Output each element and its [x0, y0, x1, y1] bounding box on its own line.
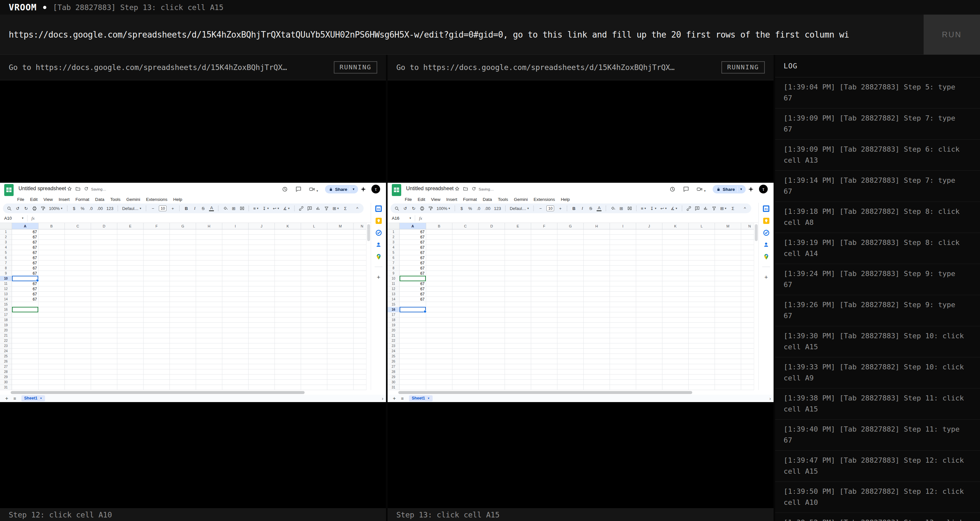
cell-J19[interactable] — [248, 323, 275, 328]
menu-data[interactable]: Data — [92, 197, 108, 202]
cell-C23[interactable] — [452, 343, 479, 349]
cell-I13[interactable] — [610, 292, 636, 297]
cell-L31[interactable] — [689, 385, 715, 390]
cell-K28[interactable] — [662, 369, 689, 375]
cell-H9[interactable] — [584, 271, 610, 276]
column-header-K[interactable]: K — [662, 223, 689, 229]
column-header-H[interactable]: H — [196, 223, 222, 229]
cell-K14[interactable] — [275, 297, 301, 302]
cell-D11[interactable] — [479, 281, 505, 286]
cell-M10[interactable] — [327, 276, 353, 281]
cell-J18[interactable] — [636, 318, 662, 323]
cell-M18[interactable] — [327, 318, 353, 323]
cell-N28[interactable] — [741, 369, 754, 375]
cell-K7[interactable] — [662, 260, 689, 266]
cell-A24[interactable] — [12, 349, 38, 354]
cell-L21[interactable] — [301, 333, 327, 338]
cell-K10[interactable] — [275, 276, 301, 281]
cell-J19[interactable] — [636, 323, 662, 328]
cell-J22[interactable] — [636, 338, 662, 343]
number-format-2-button[interactable]: .0 — [476, 205, 481, 211]
cell-G25[interactable] — [557, 354, 584, 359]
cell-C3[interactable] — [65, 240, 91, 245]
number-format-4-button[interactable]: 123 — [106, 205, 113, 211]
cell-B23[interactable] — [426, 343, 452, 349]
cell-A18[interactable] — [12, 318, 38, 323]
cell-N26[interactable] — [741, 359, 754, 364]
menu-insert[interactable]: Insert — [56, 197, 73, 202]
number-format-0-button[interactable]: $ — [459, 205, 464, 211]
gemini-sparkle-icon[interactable] — [748, 186, 754, 194]
cell-A6[interactable]: 67 — [12, 255, 38, 260]
meet-icon[interactable]: ▼ — [309, 187, 318, 193]
cell-H9[interactable] — [196, 271, 222, 276]
cell-D29[interactable] — [91, 375, 117, 380]
cell-F4[interactable] — [531, 245, 557, 250]
cell-J28[interactable] — [248, 369, 275, 375]
strikethrough-button[interactable]: S — [588, 205, 593, 211]
cell-D18[interactable] — [91, 318, 117, 323]
undo-icon[interactable]: ↺ — [15, 205, 20, 211]
cell-M2[interactable] — [715, 235, 741, 240]
version-history-icon[interactable] — [282, 186, 288, 194]
row-header-5[interactable]: 5 — [0, 250, 12, 255]
cell-K9[interactable] — [662, 271, 689, 276]
cell-L17[interactable] — [689, 312, 715, 318]
cell-C17[interactable] — [452, 312, 479, 318]
cell-F20[interactable] — [143, 328, 170, 333]
cell-C14[interactable] — [452, 297, 479, 302]
cell-C2[interactable] — [65, 235, 91, 240]
cell-D15[interactable] — [91, 302, 117, 307]
cell-C10[interactable] — [452, 276, 479, 281]
cell-F23[interactable] — [143, 343, 170, 349]
column-header-N[interactable]: N — [353, 223, 366, 229]
cell-G14[interactable] — [170, 297, 196, 302]
row-header-11[interactable]: 11 — [0, 281, 12, 286]
column-header-L[interactable]: L — [689, 223, 715, 229]
cell-K6[interactable] — [662, 255, 689, 260]
cell-N30[interactable] — [741, 380, 754, 385]
cell-F9[interactable] — [143, 271, 170, 276]
cell-J4[interactable] — [248, 245, 275, 250]
calendar-icon[interactable]: 31 — [375, 205, 382, 212]
cell-H1[interactable] — [196, 229, 222, 235]
cell-I11[interactable] — [610, 281, 636, 286]
cell-K30[interactable] — [662, 380, 689, 385]
cell-K29[interactable] — [662, 375, 689, 380]
cell-E29[interactable] — [117, 375, 143, 380]
redo-icon[interactable]: ↻ — [24, 205, 29, 211]
share-dropdown-icon[interactable]: ▼ — [737, 186, 745, 192]
cell-B29[interactable] — [38, 375, 65, 380]
cell-E7[interactable] — [117, 260, 143, 266]
meet-icon[interactable]: ▼ — [697, 187, 706, 193]
cell-G24[interactable] — [170, 349, 196, 354]
cell-N15[interactable] — [353, 302, 366, 307]
cell-I3[interactable] — [222, 240, 248, 245]
name-box[interactable]: A10 — [0, 216, 21, 221]
cell-D25[interactable] — [91, 354, 117, 359]
cell-C18[interactable] — [452, 318, 479, 323]
row-header-9[interactable]: 9 — [0, 271, 12, 276]
row-header-21[interactable]: 21 — [0, 333, 12, 338]
cell-A24[interactable] — [399, 349, 426, 354]
cell-G27[interactable] — [557, 364, 584, 369]
cell-C25[interactable] — [65, 354, 91, 359]
cell-H21[interactable] — [196, 333, 222, 338]
cell-C24[interactable] — [452, 349, 479, 354]
cell-J29[interactable] — [248, 375, 275, 380]
cell-I12[interactable] — [610, 286, 636, 292]
menu-extensions[interactable]: Extensions — [530, 197, 558, 202]
cell-K31[interactable] — [275, 385, 301, 390]
cell-B22[interactable] — [426, 338, 452, 343]
cell-L11[interactable] — [689, 281, 715, 286]
cell-I26[interactable] — [222, 359, 248, 364]
cell-N31[interactable] — [741, 385, 754, 390]
cell-K12[interactable] — [275, 286, 301, 292]
cell-D19[interactable] — [91, 323, 117, 328]
number-format-0-button[interactable]: $ — [72, 205, 76, 211]
cell-H12[interactable] — [196, 286, 222, 292]
print-icon[interactable] — [32, 205, 37, 211]
cell-E26[interactable] — [505, 359, 531, 364]
cell-D10[interactable] — [479, 276, 505, 281]
cell-E8[interactable] — [505, 266, 531, 271]
